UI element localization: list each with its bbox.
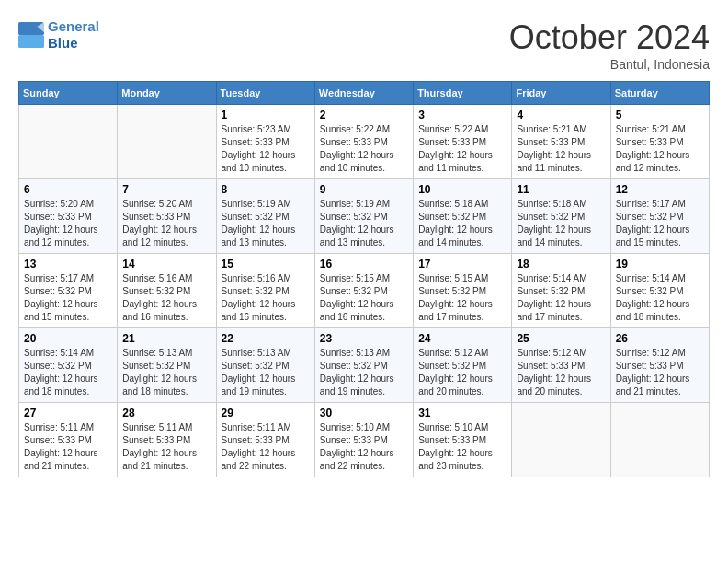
day-number: 18 (517, 258, 605, 270)
calendar-cell: 28 Sunrise: 5:11 AMSunset: 5:33 PMDaylig… (118, 403, 216, 477)
day-info: Sunrise: 5:19 AMSunset: 5:32 PMDaylight:… (320, 198, 408, 249)
day-info: Sunrise: 5:22 AMSunset: 5:33 PMDaylight:… (418, 123, 506, 175)
calendar-cell (610, 403, 709, 477)
logo-text-line1: General (48, 18, 99, 35)
day-header-tuesday: Tuesday (216, 82, 314, 105)
calendar-cell: 3 Sunrise: 5:22 AMSunset: 5:33 PMDayligh… (414, 105, 512, 179)
day-number: 9 (320, 183, 408, 196)
svg-rect-1 (18, 35, 44, 48)
day-number: 3 (418, 109, 506, 121)
calendar-cell: 16 Sunrise: 5:15 AMSunset: 5:32 PMDaylig… (314, 254, 413, 328)
day-info: Sunrise: 5:11 AMSunset: 5:33 PMDaylight:… (222, 421, 310, 473)
day-info: Sunrise: 5:21 AMSunset: 5:33 PMDaylight:… (616, 123, 704, 175)
day-info: Sunrise: 5:15 AMSunset: 5:32 PMDaylight:… (418, 272, 506, 324)
month-title: October 2024 (509, 18, 710, 57)
calendar-cell: 22 Sunrise: 5:13 AMSunset: 5:32 PMDaylig… (216, 328, 314, 403)
calendar-cell: 20 Sunrise: 5:14 AMSunset: 5:32 PMDaylig… (19, 328, 118, 403)
calendar-cell: 26 Sunrise: 5:12 AMSunset: 5:33 PMDaylig… (610, 328, 709, 403)
calendar-cell: 14 Sunrise: 5:16 AMSunset: 5:32 PMDaylig… (118, 254, 216, 328)
day-info: Sunrise: 5:17 AMSunset: 5:32 PMDaylight:… (616, 198, 704, 249)
day-info: Sunrise: 5:22 AMSunset: 5:33 PMDaylight:… (320, 123, 408, 175)
day-info: Sunrise: 5:13 AMSunset: 5:32 PMDaylight:… (122, 347, 210, 398)
day-info: Sunrise: 5:12 AMSunset: 5:33 PMDaylight:… (616, 347, 704, 398)
calendar-cell (512, 403, 610, 477)
calendar-cell: 31 Sunrise: 5:10 AMSunset: 5:33 PMDaylig… (414, 403, 512, 477)
day-info: Sunrise: 5:11 AMSunset: 5:33 PMDaylight:… (122, 421, 210, 473)
calendar-cell: 8 Sunrise: 5:19 AMSunset: 5:32 PMDayligh… (216, 179, 314, 254)
calendar-cell: 15 Sunrise: 5:16 AMSunset: 5:32 PMDaylig… (216, 254, 314, 328)
day-number: 10 (418, 183, 506, 196)
day-info: Sunrise: 5:23 AMSunset: 5:33 PMDaylight:… (222, 123, 310, 175)
calendar-cell: 1 Sunrise: 5:23 AMSunset: 5:33 PMDayligh… (216, 105, 314, 179)
day-info: Sunrise: 5:20 AMSunset: 5:33 PMDaylight:… (122, 198, 210, 249)
day-number: 22 (222, 332, 310, 345)
day-header-sunday: Sunday (19, 82, 118, 105)
calendar-cell: 11 Sunrise: 5:18 AMSunset: 5:32 PMDaylig… (512, 179, 610, 254)
day-number: 1 (222, 109, 310, 121)
day-number: 7 (122, 183, 210, 196)
day-header-saturday: Saturday (610, 82, 709, 105)
day-number: 17 (418, 258, 506, 270)
day-info: Sunrise: 5:18 AMSunset: 5:32 PMDaylight:… (517, 198, 605, 249)
logo-icon (18, 22, 44, 48)
day-number: 8 (222, 183, 310, 196)
calendar-cell: 13 Sunrise: 5:17 AMSunset: 5:32 PMDaylig… (19, 254, 118, 328)
calendar-cell: 10 Sunrise: 5:18 AMSunset: 5:32 PMDaylig… (414, 179, 512, 254)
day-info: Sunrise: 5:16 AMSunset: 5:32 PMDaylight:… (122, 272, 210, 324)
day-info: Sunrise: 5:14 AMSunset: 5:32 PMDaylight:… (24, 347, 112, 398)
calendar-cell: 5 Sunrise: 5:21 AMSunset: 5:33 PMDayligh… (610, 105, 709, 179)
day-number: 13 (24, 258, 112, 270)
day-info: Sunrise: 5:12 AMSunset: 5:33 PMDaylight:… (517, 347, 605, 398)
day-number: 11 (517, 183, 605, 196)
calendar-cell: 25 Sunrise: 5:12 AMSunset: 5:33 PMDaylig… (512, 328, 610, 403)
day-info: Sunrise: 5:18 AMSunset: 5:32 PMDaylight:… (418, 198, 506, 249)
day-number: 25 (517, 332, 605, 345)
calendar-cell: 4 Sunrise: 5:21 AMSunset: 5:33 PMDayligh… (512, 105, 610, 179)
calendar-cell (19, 105, 118, 179)
day-number: 12 (616, 183, 704, 196)
calendar-cell: 30 Sunrise: 5:10 AMSunset: 5:33 PMDaylig… (314, 403, 413, 477)
day-number: 21 (122, 332, 210, 345)
calendar-cell: 24 Sunrise: 5:12 AMSunset: 5:32 PMDaylig… (414, 328, 512, 403)
day-info: Sunrise: 5:16 AMSunset: 5:32 PMDaylight:… (222, 272, 310, 324)
day-info: Sunrise: 5:13 AMSunset: 5:32 PMDaylight:… (222, 347, 310, 398)
page-header: General Blue October 2024 Bantul, Indone… (18, 18, 710, 72)
calendar-cell: 12 Sunrise: 5:17 AMSunset: 5:32 PMDaylig… (610, 179, 709, 254)
day-info: Sunrise: 5:21 AMSunset: 5:33 PMDaylight:… (517, 123, 605, 175)
day-number: 20 (24, 332, 112, 345)
day-number: 5 (616, 109, 704, 121)
calendar-cell: 6 Sunrise: 5:20 AMSunset: 5:33 PMDayligh… (19, 179, 118, 254)
day-number: 16 (320, 258, 408, 270)
title-section: October 2024 Bantul, Indonesia (509, 18, 710, 72)
calendar-cell: 23 Sunrise: 5:13 AMSunset: 5:32 PMDaylig… (314, 328, 413, 403)
day-info: Sunrise: 5:19 AMSunset: 5:32 PMDaylight:… (222, 198, 310, 249)
day-info: Sunrise: 5:11 AMSunset: 5:33 PMDaylight:… (24, 421, 112, 473)
day-number: 4 (517, 109, 605, 121)
day-header-monday: Monday (118, 82, 216, 105)
calendar-cell (118, 105, 216, 179)
day-number: 14 (122, 258, 210, 270)
calendar-cell: 18 Sunrise: 5:14 AMSunset: 5:32 PMDaylig… (512, 254, 610, 328)
logo-text-line2: Blue (48, 35, 99, 52)
day-number: 26 (616, 332, 704, 345)
day-number: 31 (418, 407, 506, 419)
calendar-cell: 29 Sunrise: 5:11 AMSunset: 5:33 PMDaylig… (216, 403, 314, 477)
day-info: Sunrise: 5:17 AMSunset: 5:32 PMDaylight:… (24, 272, 112, 324)
calendar-cell: 19 Sunrise: 5:14 AMSunset: 5:32 PMDaylig… (610, 254, 709, 328)
day-number: 28 (122, 407, 210, 419)
day-header-thursday: Thursday (414, 82, 512, 105)
day-info: Sunrise: 5:14 AMSunset: 5:32 PMDaylight:… (616, 272, 704, 324)
day-number: 2 (320, 109, 408, 121)
day-info: Sunrise: 5:12 AMSunset: 5:32 PMDaylight:… (418, 347, 506, 398)
day-number: 15 (222, 258, 310, 270)
day-info: Sunrise: 5:14 AMSunset: 5:32 PMDaylight:… (517, 272, 605, 324)
day-number: 19 (616, 258, 704, 270)
calendar: SundayMondayTuesdayWednesdayThursdayFrid… (18, 81, 710, 477)
calendar-cell: 17 Sunrise: 5:15 AMSunset: 5:32 PMDaylig… (414, 254, 512, 328)
logo: General Blue (18, 18, 99, 52)
day-number: 6 (24, 183, 112, 196)
day-number: 24 (418, 332, 506, 345)
day-number: 29 (222, 407, 310, 419)
day-number: 27 (24, 407, 112, 419)
calendar-cell: 27 Sunrise: 5:11 AMSunset: 5:33 PMDaylig… (19, 403, 118, 477)
